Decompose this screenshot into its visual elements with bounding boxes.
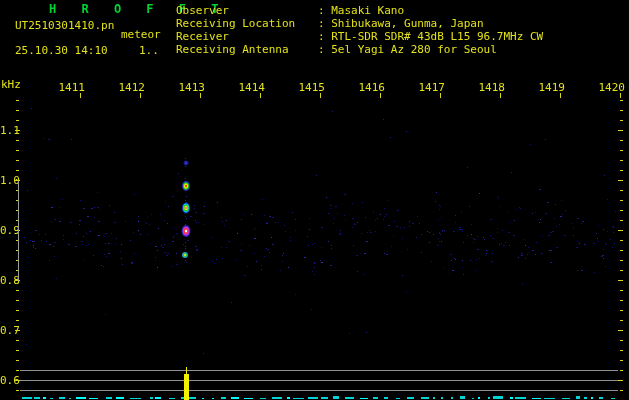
freq-tick-label: 0.6 xyxy=(0,374,16,387)
freq-tick xyxy=(620,190,623,191)
freq-tick xyxy=(16,360,19,361)
time-tick xyxy=(500,93,501,98)
freq-tick xyxy=(618,230,623,231)
freq-tick xyxy=(16,320,19,321)
freq-tick xyxy=(620,220,623,221)
band-label: meteor xyxy=(121,29,161,41)
time-tick xyxy=(560,93,561,98)
freq-tick-label: 0.9 xyxy=(0,224,16,237)
freq-tick xyxy=(16,150,19,151)
freq-tick xyxy=(16,350,19,351)
freq-tick-label: 1.1 xyxy=(0,124,16,137)
time-tick xyxy=(260,93,261,98)
freq-tick xyxy=(620,260,623,261)
signal-level-spike-tip xyxy=(186,367,187,378)
time-tick xyxy=(620,93,621,98)
station-info-row: Receiving Location: Shibukawa, Gunma, Ja… xyxy=(176,17,543,30)
info-value: : 5el Yagi Az 280 for Seoul xyxy=(318,43,497,56)
freq-tick xyxy=(620,290,623,291)
freq-tick xyxy=(620,110,623,111)
freq-tick-label: 0.8 xyxy=(0,274,16,287)
freq-tick xyxy=(16,170,19,171)
detection-range-marker xyxy=(18,181,19,281)
level-gridline xyxy=(20,370,618,371)
freq-tick xyxy=(16,390,19,391)
freq-tick xyxy=(620,350,623,351)
freq-tick-label: 0.7 xyxy=(0,324,16,337)
freq-tick xyxy=(620,340,623,341)
time-tick xyxy=(320,93,321,98)
station-info-row: Receiver: RTL-SDR SDR# 43dB L15 96.7MHz … xyxy=(176,30,543,43)
freq-tick xyxy=(16,300,19,301)
freq-tick xyxy=(16,110,19,111)
time-tick xyxy=(380,93,381,98)
freq-tick xyxy=(620,200,623,201)
freq-tick xyxy=(620,370,623,371)
level-gridline xyxy=(20,380,618,381)
freq-tick xyxy=(620,250,623,251)
freq-tick xyxy=(620,100,623,101)
output-filename: UT2510301410.pn xyxy=(15,20,114,32)
freq-tick xyxy=(16,160,19,161)
info-label: Observer xyxy=(176,4,318,17)
freq-tick xyxy=(16,100,19,101)
freq-tick xyxy=(620,170,623,171)
info-label: Receiver xyxy=(176,30,318,43)
freq-tick xyxy=(15,130,20,131)
time-tick xyxy=(440,93,441,98)
freq-tick xyxy=(618,180,623,181)
freq-tick xyxy=(15,330,20,331)
time-tick xyxy=(140,93,141,98)
freq-tick xyxy=(620,310,623,311)
datetime-label: 25.10.30 14:10 xyxy=(15,45,108,57)
freq-tick xyxy=(16,290,19,291)
time-tick xyxy=(200,93,201,98)
freq-tick xyxy=(620,240,623,241)
freq-tick xyxy=(16,310,19,311)
info-label: Receiving Antenna xyxy=(176,43,318,56)
freq-tick xyxy=(16,370,19,371)
info-value: : Shibukawa, Gunma, Japan xyxy=(318,17,484,30)
freq-tick xyxy=(620,120,623,121)
freq-tick xyxy=(620,360,623,361)
hrofft-screen: H R O F F T UT2510301410.pn meteor 25.10… xyxy=(0,0,629,400)
freq-tick xyxy=(16,120,19,121)
station-info-row: Observer: Masaki Kano xyxy=(176,4,543,17)
freq-tick xyxy=(620,300,623,301)
station-info-row: Receiving Antenna: 5el Yagi Az 280 for S… xyxy=(176,43,543,56)
spectrogram-canvas xyxy=(0,0,629,400)
freq-tick xyxy=(618,130,623,131)
echo-count: 1.. xyxy=(139,45,159,57)
time-tick xyxy=(80,93,81,98)
freq-tick xyxy=(618,280,623,281)
freq-tick xyxy=(620,150,623,151)
freq-tick xyxy=(16,140,19,141)
freq-tick xyxy=(16,340,19,341)
station-info-block: Observer: Masaki KanoReceiving Location:… xyxy=(176,4,543,56)
level-gridline xyxy=(20,390,618,391)
info-label: Receiving Location xyxy=(176,17,318,30)
freq-tick xyxy=(620,160,623,161)
freq-tick-label: 1.0 xyxy=(0,174,16,187)
freq-tick xyxy=(620,390,623,391)
freq-tick xyxy=(618,330,623,331)
freq-tick xyxy=(620,270,623,271)
freq-unit-label: kHz xyxy=(1,79,21,91)
freq-tick xyxy=(618,380,623,381)
freq-tick xyxy=(620,140,623,141)
freq-tick xyxy=(620,210,623,211)
info-value: : RTL-SDR SDR# 43dB L15 96.7MHz CW xyxy=(318,30,543,43)
info-value: : Masaki Kano xyxy=(318,4,404,17)
freq-tick xyxy=(620,320,623,321)
